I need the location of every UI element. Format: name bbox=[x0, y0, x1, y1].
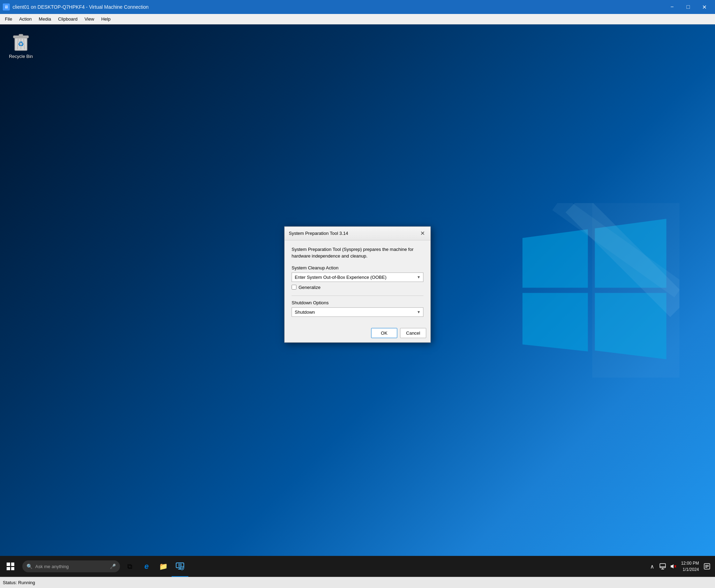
shutdown-select-wrapper: Shutdown Restart Quit bbox=[292, 307, 423, 317]
start-icon bbox=[7, 563, 14, 570]
svg-rect-11 bbox=[19, 34, 23, 36]
shutdown-options-label: Shutdown Options bbox=[292, 300, 423, 305]
dialog-divider bbox=[292, 295, 423, 296]
cleanup-action-label: System Cleanup Action bbox=[292, 265, 423, 270]
cancel-button[interactable]: Cancel bbox=[400, 328, 426, 338]
dialog-close-button[interactable]: ✕ bbox=[419, 229, 426, 237]
vm-icon: 🖥 bbox=[3, 3, 10, 10]
status-bar: Status: Running bbox=[0, 577, 715, 588]
svg-rect-22 bbox=[660, 564, 665, 568]
dialog-titlebar: System Preparation Tool 3.14 ✕ bbox=[285, 226, 430, 240]
start-button[interactable] bbox=[0, 556, 21, 577]
cleanup-action-select[interactable]: Enter System Out-of-Box Experience (OOBE… bbox=[292, 272, 423, 282]
ok-button[interactable]: OK bbox=[371, 328, 397, 338]
title-bar-text: client01 on DESKTOP-Q7HPKF4 - Virtual Ma… bbox=[13, 4, 664, 10]
file-explorer-button[interactable]: 📁 bbox=[155, 556, 172, 577]
microphone-icon: 🎤 bbox=[110, 564, 116, 569]
window-close-button[interactable]: ✕ bbox=[696, 0, 712, 14]
menu-action[interactable]: Action bbox=[16, 15, 35, 23]
tray-volume-muted-icon[interactable] bbox=[668, 556, 678, 577]
vm-connection-icon bbox=[175, 561, 185, 571]
svg-marker-26 bbox=[671, 564, 673, 568]
generalize-checkbox[interactable] bbox=[292, 285, 296, 290]
clock-date: 1/1/2024 bbox=[681, 566, 699, 573]
sysprep-dialog: System Preparation Tool 3.14 ✕ System Pr… bbox=[284, 226, 431, 342]
svg-marker-0 bbox=[522, 229, 588, 288]
tray-network-icon[interactable] bbox=[657, 556, 668, 577]
menu-bar: File Action Media Clipboard View Help bbox=[0, 14, 715, 24]
shutdown-options-select[interactable]: Shutdown Restart Quit bbox=[292, 307, 423, 317]
dialog-title: System Preparation Tool 3.14 bbox=[289, 231, 348, 236]
clock-time: 12:00 PM bbox=[681, 560, 699, 566]
generalize-row: Generalize bbox=[292, 284, 423, 290]
tray-chevron[interactable]: ∧ bbox=[647, 556, 657, 577]
system-clock: 12:00 PM 1/1/2024 bbox=[678, 560, 702, 573]
title-bar: 🖥 client01 on DESKTOP-Q7HPKF4 - Virtual … bbox=[0, 0, 715, 14]
generalize-label: Generalize bbox=[299, 284, 321, 290]
svg-marker-2 bbox=[522, 293, 588, 351]
system-tray: ∧ 12:00 PM 1/1/2024 bbox=[644, 556, 715, 577]
minimize-button[interactable]: − bbox=[664, 0, 680, 14]
vm-connection-button[interactable] bbox=[172, 556, 188, 577]
search-placeholder-text: Ask me anything bbox=[35, 564, 69, 569]
task-view-icon: ⧉ bbox=[125, 561, 135, 572]
vm-desktop: ♻ Recycle Bin System Preparation Tool 3.… bbox=[0, 24, 715, 556]
taskbar: 🔍 Ask me anything 🎤 ⧉ e 📁 ∧ bbox=[0, 556, 715, 577]
dialog-buttons: OK Cancel bbox=[285, 325, 430, 342]
search-icon: 🔍 bbox=[27, 564, 32, 569]
windows-logo bbox=[505, 203, 679, 378]
menu-view[interactable]: View bbox=[81, 15, 98, 23]
search-bar[interactable]: 🔍 Ask me anything 🎤 bbox=[22, 560, 120, 572]
task-view-button[interactable]: ⧉ bbox=[121, 556, 138, 577]
menu-clipboard[interactable]: Clipboard bbox=[55, 15, 81, 23]
recycle-bin-graphic: ♻ bbox=[10, 31, 31, 52]
cleanup-select-wrapper: Enter System Out-of-Box Experience (OOBE… bbox=[292, 272, 423, 282]
recycle-bin-label: Recycle Bin bbox=[7, 54, 35, 59]
edge-icon: e bbox=[141, 561, 152, 572]
dialog-description: System Preparation Tool (Sysprep) prepar… bbox=[292, 246, 423, 259]
menu-media[interactable]: Media bbox=[35, 15, 54, 23]
menu-help[interactable]: Help bbox=[98, 15, 114, 23]
dialog-body: System Preparation Tool (Sysprep) prepar… bbox=[285, 240, 430, 325]
file-explorer-icon: 📁 bbox=[158, 561, 168, 572]
status-text: Status: Running bbox=[3, 580, 35, 585]
maximize-button[interactable]: □ bbox=[680, 0, 696, 14]
menu-file[interactable]: File bbox=[1, 15, 16, 23]
notification-center-button[interactable] bbox=[702, 556, 712, 577]
edge-taskbar-button[interactable]: e bbox=[138, 556, 155, 577]
recycle-bin-icon[interactable]: ♻ Recycle Bin bbox=[7, 31, 35, 59]
